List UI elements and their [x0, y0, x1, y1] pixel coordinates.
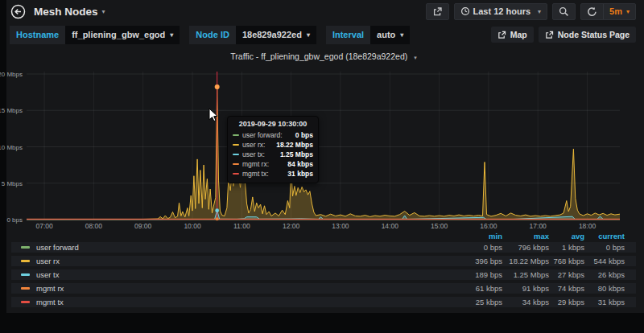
- tooltip-row: mgmt rx:84 kbps: [233, 159, 313, 169]
- legend-value-min: 61 kbps: [457, 284, 502, 293]
- legend-row: user tx189 bps1.25 Mbps27 kbps26 kbps: [11, 269, 636, 280]
- refresh-interval-button[interactable]: 5m ▾: [604, 4, 635, 19]
- interval-caret-icon: ▾: [400, 31, 403, 39]
- legend-value-current: 31 kbps: [584, 298, 625, 306]
- traffic-chart-plot[interactable]: [27, 70, 620, 222]
- tooltip-series-value: 1.25 Mbps: [280, 150, 313, 158]
- map-link-button[interactable]: Map: [491, 27, 534, 43]
- share-button[interactable]: [426, 3, 449, 20]
- hover-point: [215, 208, 219, 212]
- grafana-dashboard: Mesh Nodes ▾ Last 12 hours ▾: [6, 0, 644, 313]
- magnifier-icon: [559, 6, 569, 17]
- dashboard-title[interactable]: Mesh Nodes: [34, 6, 98, 18]
- interval-select[interactable]: auto ▾: [370, 26, 410, 44]
- map-link-label: Map: [510, 30, 527, 39]
- x-axis-tick: 16:00: [473, 222, 505, 230]
- node-status-page-link-button[interactable]: Node Status Page: [539, 27, 636, 43]
- legend-series-name[interactable]: mgmt tx: [36, 298, 64, 306]
- legend-value-avg: 27 kbps: [549, 270, 584, 279]
- legend-series-name[interactable]: user tx: [36, 270, 60, 279]
- tooltip-series-name: mgmt rx:: [242, 160, 269, 168]
- legend-value-current: 26 kbps: [584, 270, 625, 279]
- legend-value-min: 25 kbps: [457, 298, 502, 306]
- legend-value-avg: 768 kbps: [549, 257, 584, 265]
- tooltip-series-value: 84 kbps: [287, 160, 313, 168]
- legend-header-current[interactable]: current: [584, 232, 625, 240]
- legend-series-marker[interactable]: [21, 246, 30, 249]
- x-axis-tick: 14:00: [374, 222, 406, 230]
- nodeid-select[interactable]: 18e829a922ed ▾: [236, 26, 316, 44]
- tooltip-row: user tx:1.25 Mbps: [233, 150, 313, 159]
- legend-value-current: 0 bps: [584, 243, 625, 252]
- x-axis-tick: 07:00: [28, 222, 60, 230]
- top-navbar: Mesh Nodes ▾ Last 12 hours ▾: [6, 0, 644, 23]
- tooltip-series-marker: [233, 144, 239, 146]
- tooltip-row: user rx:18.22 Mbps: [233, 140, 313, 150]
- tooltip-series-marker: [233, 173, 239, 175]
- legend-header-avg[interactable]: avg: [549, 232, 584, 240]
- legend-series-marker[interactable]: [21, 301, 30, 303]
- x-axis-labels: 07:0008:0009:0010:0011:0012:0013:0014:00…: [27, 222, 620, 231]
- time-range-caret-icon: ▾: [538, 8, 541, 15]
- refresh-button[interactable]: [581, 4, 603, 19]
- dashboard-caret-icon[interactable]: ▾: [102, 8, 105, 15]
- zoom-out-button[interactable]: [552, 3, 576, 20]
- x-axis-tick: 09:00: [127, 222, 159, 230]
- hostname-caret-icon: ▾: [170, 31, 173, 39]
- x-axis-tick: 08:00: [77, 222, 109, 230]
- series-fill-user-rx: [27, 87, 620, 220]
- interval-value: auto: [377, 30, 395, 39]
- x-axis-tick: 15:00: [423, 222, 456, 230]
- nodeid-value: 18e829a922ed: [242, 30, 302, 39]
- legend-series-name[interactable]: user rx: [36, 257, 60, 265]
- legend-value-avg: 29 kbps: [549, 298, 584, 306]
- legend-value-min: 189 bps: [457, 270, 502, 279]
- legend-value-max: 91 kbps: [502, 284, 549, 293]
- tooltip-row: mgmt tx:31 kbps: [233, 169, 313, 179]
- x-axis-tick: 10:00: [176, 222, 208, 230]
- variable-hostname: Hostname ff_pliening_gbw_egod ▾: [10, 26, 180, 44]
- tooltip-series-value: 0 bps: [295, 131, 313, 139]
- legend-series-marker[interactable]: [21, 273, 30, 276]
- legend-value-min: 396 bps: [457, 257, 502, 265]
- legend-series-marker[interactable]: [21, 287, 30, 290]
- node-status-page-link-label: Node Status Page: [558, 30, 630, 39]
- back-button[interactable]: [10, 3, 26, 19]
- y-axis-tick: 15 Mbps: [0, 107, 23, 114]
- x-axis-tick: 17:00: [522, 222, 554, 230]
- legend-series-marker[interactable]: [21, 260, 30, 262]
- legend-row: mgmt rx61 kbps91 kbps74 kbps80 kbps: [11, 283, 636, 294]
- legend-header-min[interactable]: min: [457, 232, 502, 240]
- nodeid-label: Node ID: [189, 26, 236, 44]
- time-range-picker[interactable]: Last 12 hours ▾: [454, 3, 548, 20]
- legend-value-current: 80 kbps: [584, 284, 625, 293]
- tooltip-timestamp: 2019-09-29 10:30:00: [233, 120, 313, 128]
- legend-value-max: 1.25 Mbps: [502, 270, 549, 279]
- tooltip-series-value: 18.22 Mbps: [276, 141, 313, 149]
- legend-header-max[interactable]: max: [502, 232, 549, 240]
- variable-interval: Interval auto ▾: [326, 26, 410, 44]
- tooltip-series-marker: [233, 163, 239, 165]
- hostname-select[interactable]: ff_pliening_gbw_egod ▾: [65, 26, 180, 44]
- variables-toolbar: Hostname ff_pliening_gbw_egod ▾ Node ID …: [10, 25, 636, 44]
- y-axis-tick: 5 Mbps: [2, 180, 23, 187]
- legend-series-name[interactable]: mgmt rx: [36, 284, 64, 293]
- panel-title[interactable]: Traffic - ff_pliening_gbw_egod (18e829a9…: [10, 51, 638, 61]
- clock-icon: [460, 6, 470, 16]
- legend-table: min max avg current user forward0 bps796…: [11, 232, 636, 310]
- legend-value-current: 544 kbps: [584, 257, 625, 265]
- arrow-left-icon: [10, 4, 26, 19]
- time-range-label: Last 12 hours: [473, 6, 531, 16]
- legend-row: user rx396 bps18.22 Mbps768 kbps544 kbps: [11, 256, 636, 266]
- variable-nodeid: Node ID 18e829a922ed ▾: [189, 26, 316, 44]
- hostname-value: ff_pliening_gbw_egod: [72, 30, 165, 39]
- y-axis-labels: 0 bps5 Mbps10 Mbps15 Mbps20 Mbps: [1, 70, 24, 221]
- legend-header-row: min max avg current: [11, 232, 636, 240]
- refresh-group: 5m ▾: [580, 3, 636, 20]
- legend-series-name[interactable]: user forward: [36, 243, 79, 252]
- interval-label: Interval: [326, 26, 370, 44]
- x-axis-tick: 12:00: [275, 222, 308, 230]
- traffic-panel: Traffic - ff_pliening_gbw_egod (18e829a9…: [10, 48, 638, 310]
- tooltip-series-name: mgmt tx:: [242, 170, 269, 178]
- external-link-icon: [497, 31, 506, 39]
